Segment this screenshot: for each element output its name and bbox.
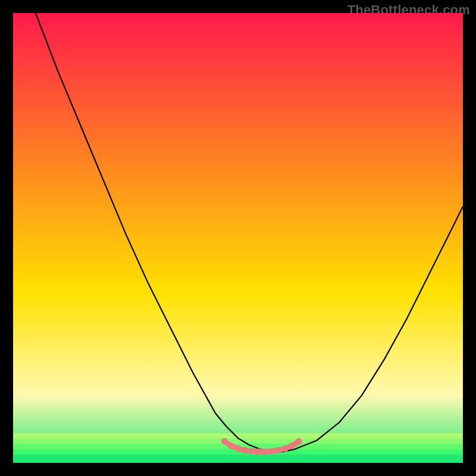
gradient-background	[13, 13, 463, 463]
svg-point-37	[296, 439, 301, 444]
chart-stage: TheBottleneck.com	[0, 0, 476, 476]
chart-svg	[13, 13, 463, 463]
chart-plot-area	[13, 13, 463, 463]
svg-rect-1	[13, 439, 463, 444]
svg-rect-4	[13, 455, 463, 460]
